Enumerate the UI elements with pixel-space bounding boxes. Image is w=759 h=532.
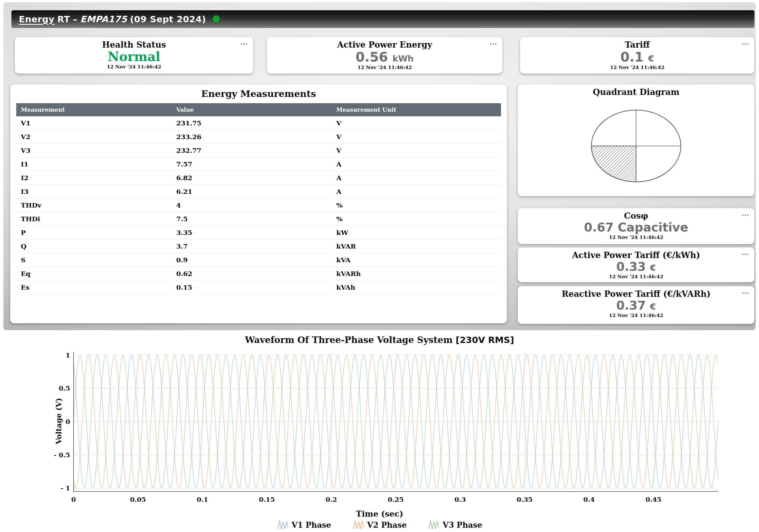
table-cell: kW xyxy=(332,226,501,239)
x-tick-label: 0 xyxy=(71,496,76,503)
card-menu-button[interactable]: ... xyxy=(741,248,750,257)
table-row: THDv4% xyxy=(16,198,501,212)
table-row: V3232.77V xyxy=(16,144,501,157)
card-menu-button[interactable]: ... xyxy=(741,38,750,47)
table-cell: Eq xyxy=(16,267,172,280)
table-row: S0.9kVA xyxy=(16,253,501,267)
quadrant-diagram-card: Quadrant Diagram xyxy=(518,84,754,196)
table-cell: I1 xyxy=(16,157,172,171)
table-row: Es0.15kVAh xyxy=(16,280,501,294)
legend-wave-icon xyxy=(277,519,289,531)
active-power-tariff-value: 0.33 € xyxy=(518,261,754,273)
legend-label: V3 Phase xyxy=(443,521,482,529)
table-row: I36.21A xyxy=(16,185,501,198)
card-menu-button[interactable]: ... xyxy=(489,38,499,47)
table-row: V2233.26V xyxy=(16,130,501,144)
column-header: Value xyxy=(172,103,332,116)
x-tick-label: 0.35 xyxy=(517,496,533,503)
table-cell: 7.57 xyxy=(172,157,332,171)
card-title: Active Power Energy xyxy=(267,40,502,50)
x-tick-label: 0.25 xyxy=(388,496,404,503)
table-cell: A xyxy=(332,157,501,171)
legend-item: V2 Phase xyxy=(352,519,407,531)
table-row: Eq0.62kVARh xyxy=(16,267,501,280)
dashboard-panel: Energy RT – EMPA175 (09 Sept 2024) ... H… xyxy=(3,2,756,330)
table-cell: 0.15 xyxy=(172,280,332,294)
health-status-value: Normal xyxy=(15,50,253,63)
unit-label: € xyxy=(650,302,656,311)
connection-status-dot xyxy=(212,15,220,23)
table-cell: 6.21 xyxy=(172,185,332,198)
table-cell: V xyxy=(332,116,501,130)
table-cell: % xyxy=(332,212,501,226)
unit-label: € xyxy=(648,54,654,63)
table-cell: I2 xyxy=(16,171,172,185)
table-cell: kVA xyxy=(332,253,501,267)
x-tick-label: 0.45 xyxy=(646,496,661,503)
card-menu-button[interactable]: ... xyxy=(741,287,750,296)
legend-label: V1 Phase xyxy=(292,521,331,529)
x-axis-label: Time (sec) xyxy=(0,509,759,518)
energy-measurements-card: Energy Measurements MeasurementValueMeas… xyxy=(10,84,507,323)
column-header: Measurement xyxy=(16,103,172,116)
card-title: Reactive Power Tariff (€/kVARh) xyxy=(518,289,754,299)
measurements-table: MeasurementValueMeasurement Unit V1231.7… xyxy=(16,103,501,294)
legend-wave-icon xyxy=(428,519,440,531)
legend-item: V3 Phase xyxy=(428,519,482,531)
card-title: Active Power Tariff (€/kWh) xyxy=(518,250,754,260)
cos-phi-card: ... Cosφ 0.67 Capacitive 12 Nov '24 11:4… xyxy=(518,208,754,244)
table-cell: V xyxy=(332,144,501,157)
timestamp: 12 Nov '24 11:46:42 xyxy=(15,64,253,69)
table-cell: 6.82 xyxy=(172,171,332,185)
waveform-section: Waveform Of Three-Phase Voltage System [… xyxy=(0,331,759,532)
tariff-card: ... Tariff 0.1 € 12 Nov '24 11:46:42 xyxy=(520,37,754,73)
table-cell: A xyxy=(332,185,501,198)
table-cell: A xyxy=(332,171,501,185)
table-cell: kVAh xyxy=(332,280,501,294)
active-power-energy-card: ... Active Power Energy 0.56 kWh 12 Nov … xyxy=(267,37,502,73)
y-tick-label: 1 xyxy=(65,351,70,359)
active-quadrant-hatch xyxy=(591,146,636,182)
timestamp: 12 Nov '24 11:46:42 xyxy=(518,312,754,318)
health-status-card: ... Health Status Normal 12 Nov '24 11:4… xyxy=(15,37,253,73)
measurements-header-row: MeasurementValueMeasurement Unit xyxy=(16,103,501,116)
title-bar: Energy RT – EMPA175 (09 Sept 2024) xyxy=(12,10,754,28)
table-cell: 233.26 xyxy=(172,130,332,144)
card-menu-button[interactable]: ... xyxy=(741,209,750,218)
card-title: Cosφ xyxy=(518,211,754,221)
table-cell: I3 xyxy=(16,185,172,198)
app-brand: Energy xyxy=(19,14,55,24)
card-title: Tariff xyxy=(520,40,754,50)
table-row: I26.82A xyxy=(16,171,501,185)
quadrant-diagram xyxy=(518,97,754,194)
table-cell: 0.62 xyxy=(172,267,332,280)
table-cell: kVARh xyxy=(332,267,501,280)
table-cell: V xyxy=(332,130,501,144)
table-row: Q3.7kVAR xyxy=(16,239,501,253)
x-tick-label: 0.4 xyxy=(583,496,595,503)
title-separator: – xyxy=(73,14,78,24)
active-power-energy-value: 0.56 kWh xyxy=(267,50,502,64)
unit-label: € xyxy=(650,263,656,273)
card-title: Health Status xyxy=(15,40,253,50)
device-name: EMPA175 xyxy=(80,14,127,24)
table-cell: 3.7 xyxy=(172,239,332,253)
table-cell: V2 xyxy=(16,130,172,144)
table-cell: 231.75 xyxy=(172,116,332,130)
legend-item: V1 Phase xyxy=(277,519,331,531)
timestamp: 12 Nov '24 11:46:42 xyxy=(518,274,754,279)
tariff-value: 0.1 € xyxy=(520,50,754,64)
table-row: V1231.75V xyxy=(16,116,501,130)
x-tick-label: 0.3 xyxy=(455,496,466,503)
y-tick-label: 0 xyxy=(65,418,70,426)
reactive-power-tariff-card: ... Reactive Power Tariff (€/kVARh) 0.37… xyxy=(518,286,754,324)
table-cell: 7.5 xyxy=(172,212,332,226)
waveform-legend: V1 PhaseV2 PhaseV3 Phase xyxy=(0,519,759,531)
card-title: Quadrant Diagram xyxy=(518,87,754,97)
legend-wave-icon xyxy=(352,519,364,531)
table-cell: THDv xyxy=(16,198,172,212)
card-menu-button[interactable]: ... xyxy=(240,38,249,47)
x-tick-label: 0.2 xyxy=(326,496,337,503)
table-cell: Q xyxy=(16,239,172,253)
table-cell: Es xyxy=(16,280,172,294)
